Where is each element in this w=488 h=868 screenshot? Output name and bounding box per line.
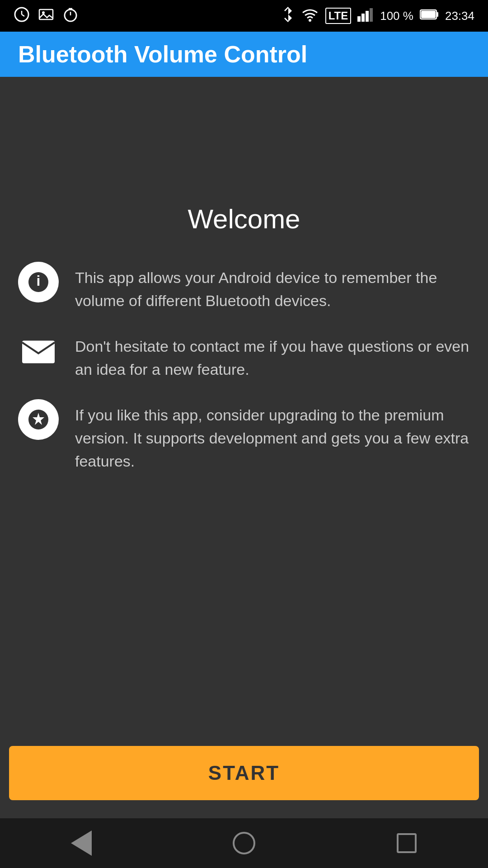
info-text-1: This app allows your Android device to r… bbox=[75, 262, 470, 312]
status-time: 23:34 bbox=[445, 9, 474, 23]
svg-rect-9 bbox=[357, 16, 361, 22]
info-text-2: Don't hesitate to contact me if you have… bbox=[75, 330, 470, 381]
svg-rect-14 bbox=[436, 12, 438, 17]
svg-rect-15 bbox=[421, 11, 436, 18]
battery-icon bbox=[420, 8, 439, 24]
home-button[interactable] bbox=[226, 825, 262, 861]
star-icon bbox=[18, 399, 59, 440]
home-icon bbox=[233, 832, 255, 854]
list-item: If you like this app, consider upgrading… bbox=[18, 399, 470, 473]
signal-icon bbox=[357, 7, 374, 25]
svg-rect-12 bbox=[370, 8, 373, 22]
info-items-list: i This app allows your Android device to… bbox=[18, 262, 470, 473]
svg-rect-3 bbox=[39, 9, 53, 19]
timer-icon bbox=[62, 6, 79, 26]
welcome-section: Welcome i This app allows your Android d… bbox=[18, 203, 470, 473]
welcome-heading: Welcome bbox=[188, 203, 300, 235]
svg-text:i: i bbox=[37, 273, 41, 289]
start-button-container: START bbox=[0, 732, 488, 818]
recents-button[interactable] bbox=[389, 825, 425, 861]
back-icon bbox=[71, 830, 92, 856]
list-item: Don't hesitate to contact me if you have… bbox=[18, 330, 470, 381]
nav-bar bbox=[0, 818, 488, 868]
app-bar: Bluetooth Volume Control bbox=[0, 32, 488, 77]
status-bar-left bbox=[14, 6, 79, 26]
mail-icon bbox=[18, 330, 59, 371]
battery-percent: 100 % bbox=[380, 9, 413, 23]
list-item: i This app allows your Android device to… bbox=[18, 262, 470, 312]
clock-icon bbox=[14, 6, 30, 26]
wifi-icon bbox=[301, 7, 319, 25]
status-bar: LTE 100 % 23:34 bbox=[0, 0, 488, 32]
info-icon: i bbox=[18, 262, 59, 302]
back-button[interactable] bbox=[63, 825, 99, 861]
svg-point-8 bbox=[309, 19, 311, 22]
main-content: Welcome i This app allows your Android d… bbox=[0, 77, 488, 732]
recents-icon bbox=[397, 833, 417, 853]
bluetooth-icon bbox=[282, 6, 295, 26]
svg-rect-11 bbox=[366, 11, 369, 22]
svg-line-2 bbox=[22, 14, 24, 16]
status-bar-right: LTE 100 % 23:34 bbox=[282, 6, 474, 26]
svg-rect-18 bbox=[22, 341, 55, 363]
info-text-3: If you like this app, consider upgrading… bbox=[75, 399, 470, 473]
svg-rect-10 bbox=[361, 14, 365, 22]
start-button[interactable]: START bbox=[9, 746, 479, 800]
app-bar-title: Bluetooth Volume Control bbox=[18, 41, 307, 68]
image-icon bbox=[38, 6, 54, 26]
lte-icon: LTE bbox=[325, 8, 352, 24]
